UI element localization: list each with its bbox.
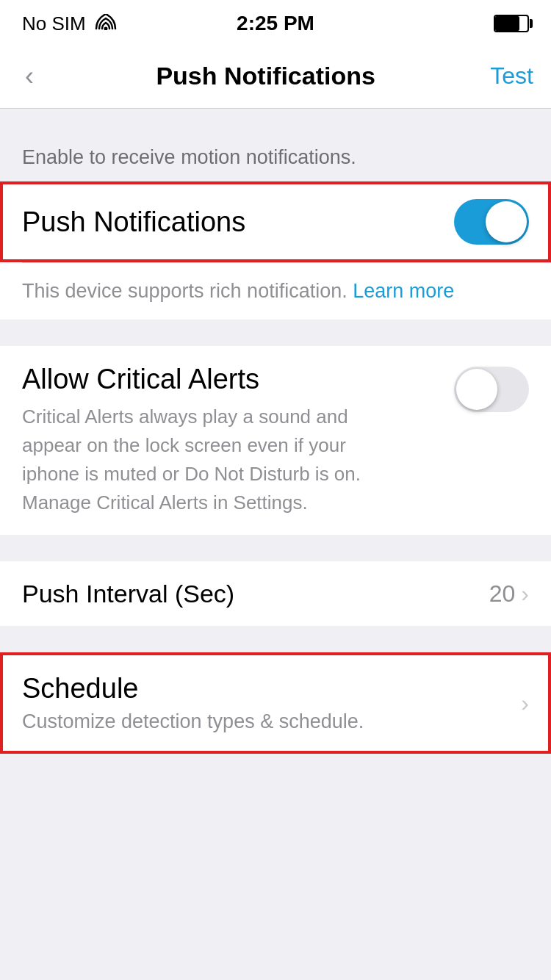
schedule-row[interactable]: Schedule Customize detection types & sch… bbox=[0, 652, 551, 754]
critical-alerts-card: Allow Critical Alerts Critical Alerts al… bbox=[0, 346, 551, 535]
motion-hint-row: Enable to receive motion notifications. bbox=[0, 135, 551, 181]
push-notifications-thumb bbox=[486, 201, 527, 242]
push-interval-label: Push Interval (Sec) bbox=[22, 580, 234, 608]
push-interval-chevron: › bbox=[521, 580, 529, 608]
section-gap-3 bbox=[0, 535, 551, 561]
back-button[interactable]: ‹ bbox=[18, 54, 41, 99]
section-gap-2 bbox=[0, 320, 551, 346]
section-gap-4 bbox=[0, 626, 551, 652]
critical-alerts-row: Allow Critical Alerts Critical Alerts al… bbox=[0, 346, 551, 535]
push-interval-row[interactable]: Push Interval (Sec) 20 › bbox=[0, 561, 551, 626]
critical-alerts-description: Critical Alerts always play a sound and … bbox=[22, 403, 389, 517]
schedule-label: Schedule bbox=[22, 673, 364, 705]
critical-alerts-left: Allow Critical Alerts Critical Alerts al… bbox=[22, 364, 439, 517]
learn-more-link[interactable]: Learn more bbox=[353, 280, 454, 302]
wifi-icon bbox=[95, 12, 117, 35]
nav-bar: ‹ Push Notifications Test bbox=[0, 44, 551, 109]
status-bar: No SIM 2:25 PM bbox=[0, 0, 551, 44]
test-button[interactable]: Test bbox=[490, 62, 533, 90]
svg-point-0 bbox=[104, 26, 107, 30]
push-notifications-toggle[interactable] bbox=[454, 199, 529, 245]
status-battery bbox=[494, 15, 529, 32]
critical-alerts-toggle[interactable] bbox=[454, 367, 529, 412]
push-notifications-toggle-row: Push Notifications bbox=[0, 181, 551, 262]
push-notifications-label: Push Notifications bbox=[22, 206, 245, 238]
rich-notification-row: This device supports rich notification. … bbox=[0, 263, 551, 320]
critical-alerts-thumb bbox=[456, 369, 497, 410]
schedule-left: Schedule Customize detection types & sch… bbox=[22, 673, 364, 733]
push-interval-card: Push Interval (Sec) 20 › bbox=[0, 561, 551, 626]
page-title: Push Notifications bbox=[156, 62, 375, 90]
push-notifications-track[interactable] bbox=[454, 199, 529, 245]
status-carrier: No SIM bbox=[22, 12, 117, 35]
schedule-description: Customize detection types & schedule. bbox=[22, 710, 364, 733]
critical-alerts-label: Allow Critical Alerts bbox=[22, 364, 439, 395]
critical-alerts-track[interactable] bbox=[454, 367, 529, 412]
schedule-card: Schedule Customize detection types & sch… bbox=[0, 652, 551, 754]
push-interval-value: 20 › bbox=[489, 580, 529, 608]
motion-hint-text: Enable to receive motion notifications. bbox=[22, 146, 356, 168]
bottom-space bbox=[0, 754, 551, 959]
push-notifications-card: Push Notifications This device supports … bbox=[0, 181, 551, 320]
battery-icon bbox=[494, 15, 529, 32]
status-time: 2:25 PM bbox=[237, 12, 314, 35]
carrier-text: No SIM bbox=[22, 12, 86, 35]
section-gap-1 bbox=[0, 109, 551, 135]
rich-notification-text: This device supports rich notification. … bbox=[22, 280, 454, 302]
schedule-chevron: › bbox=[521, 690, 529, 717]
